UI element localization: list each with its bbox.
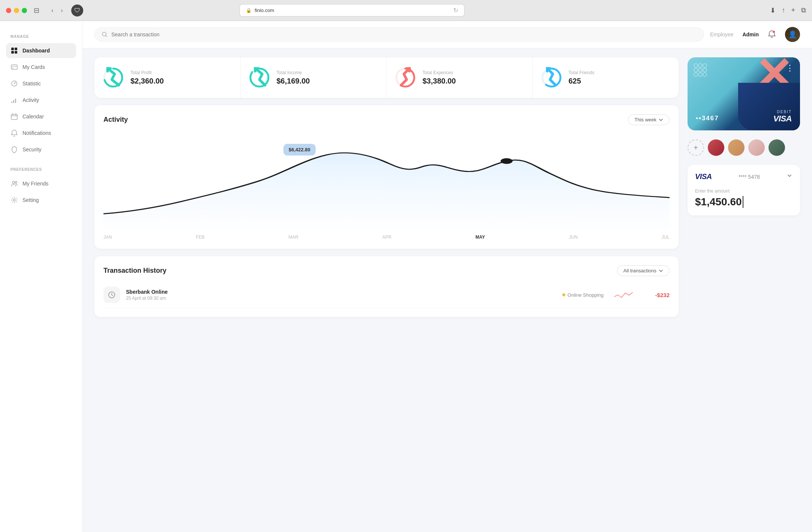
- card-grid-icon: [694, 63, 707, 78]
- security-icon: [10, 146, 18, 153]
- chart-label-jul: JUL: [662, 235, 670, 240]
- content-right: ✕ ⋮ ••3467 DEBIT VISA +: [688, 57, 800, 317]
- chart-filter-button[interactable]: This week: [628, 114, 670, 125]
- browser-nav: ‹ ›: [49, 6, 65, 15]
- address-bar[interactable]: 🔒 finio.com ↻: [240, 4, 464, 16]
- sidebar-item-label: Statistic: [22, 81, 41, 87]
- tx-icon-sberbank: [103, 287, 120, 303]
- friends-value: 625: [569, 77, 595, 85]
- stat-total-profit: Total Profit $2,360.00: [94, 57, 241, 98]
- sidebar-item-label: My Friends: [22, 181, 48, 187]
- payment-chevron-icon[interactable]: [787, 173, 793, 181]
- admin-tab[interactable]: Admin: [742, 31, 759, 37]
- income-info: Total Income $6,169.00: [277, 70, 310, 85]
- svg-point-29: [694, 68, 698, 72]
- calendar-icon: [10, 113, 18, 120]
- contact-avatar-1[interactable]: [708, 139, 724, 156]
- minimize-button[interactable]: [14, 8, 19, 13]
- notifications-button[interactable]: [768, 30, 776, 40]
- chart-label-mar: MAR: [288, 235, 298, 240]
- avatar-image: 👤: [785, 27, 800, 42]
- chevron-down-icon: [659, 118, 663, 122]
- add-contact-button[interactable]: +: [688, 139, 704, 156]
- tx-info-sberbank: Sberbank Online 25 April at 09:30 am: [126, 289, 556, 301]
- sidebar: MANAGE Dashboard My Cards Statistic Acti…: [0, 21, 82, 532]
- card-debit-label: DEBIT: [773, 110, 792, 114]
- content-left: Total Profit $2,360.00: [94, 57, 679, 317]
- sidebar-item-notifications[interactable]: Notifications: [6, 126, 76, 140]
- card-number: ••3467: [696, 115, 719, 122]
- tx-amount: -$232: [643, 292, 670, 298]
- reload-icon[interactable]: ↻: [453, 7, 458, 14]
- stat-total-expences: Total Expences $3,380.00: [387, 57, 533, 98]
- new-tab-icon[interactable]: +: [791, 6, 795, 15]
- sidebar-item-label: Dashboard: [22, 48, 50, 54]
- manage-label: MANAGE: [6, 34, 76, 39]
- sidebar-item-calendar[interactable]: Calendar: [6, 109, 76, 124]
- stats-row: Total Profit $2,360.00: [94, 57, 679, 98]
- traffic-lights: [6, 8, 27, 13]
- employee-tab[interactable]: Employee: [710, 31, 733, 37]
- close-button[interactable]: [6, 8, 11, 13]
- tx-filter-button[interactable]: All transactions: [617, 265, 670, 276]
- chevron-down-icon: [659, 269, 663, 273]
- payment-row: VISA **** 5478: [695, 172, 793, 181]
- profit-ring: [102, 66, 124, 89]
- sidebar-item-activity[interactable]: Activity: [6, 93, 76, 108]
- profit-info: Total Profit $2,360.00: [130, 70, 164, 85]
- contact-avatar-3[interactable]: [748, 139, 765, 156]
- category-label: Online Shopping: [568, 292, 604, 298]
- browser-chrome: ⊟ ‹ › 🛡 🔒 finio.com ↻ ⬇ ↑ + ⧉: [0, 0, 812, 21]
- setting-icon: [10, 196, 18, 204]
- app: MANAGE Dashboard My Cards Statistic Acti…: [0, 21, 812, 532]
- maximize-button[interactable]: [22, 8, 27, 13]
- preferences-label: PREFERENCES: [6, 167, 76, 172]
- sidebar-item-security[interactable]: Security: [6, 142, 76, 157]
- chart-svg: [103, 133, 670, 230]
- card-brand: DEBIT VISA: [773, 110, 792, 124]
- sidebar-item-statistic[interactable]: Statistic: [6, 76, 76, 91]
- tx-name: Sberbank Online: [126, 289, 556, 295]
- svg-rect-5: [11, 66, 17, 67]
- card-menu-button[interactable]: ⋮: [786, 63, 794, 73]
- sidebar-item-dashboard[interactable]: Dashboard: [6, 43, 76, 58]
- sidebar-item-label: Calendar: [22, 114, 44, 120]
- url-text: finio.com: [255, 7, 274, 13]
- svg-point-27: [698, 64, 702, 67]
- contact-avatar-2[interactable]: [728, 139, 745, 156]
- friends-icon: [10, 180, 18, 187]
- notifications-icon: [10, 129, 18, 137]
- income-label: Total Income: [277, 70, 310, 75]
- amount-text: $1,450.60: [695, 196, 742, 208]
- svg-point-30: [698, 68, 702, 72]
- search-bar[interactable]: [94, 27, 704, 42]
- sidebar-item-my-cards[interactable]: My Cards: [6, 60, 76, 75]
- share-icon[interactable]: ↑: [782, 6, 785, 15]
- svg-point-28: [703, 64, 707, 67]
- income-icon: [248, 66, 271, 90]
- shield-icon: 🛡: [71, 4, 83, 16]
- sidebar-item-setting[interactable]: Setting: [6, 193, 76, 208]
- friends-icon: [540, 66, 563, 90]
- svg-rect-1: [15, 48, 17, 50]
- search-input[interactable]: [111, 31, 697, 37]
- income-ring: [248, 66, 271, 89]
- tabs-icon[interactable]: ⧉: [801, 6, 806, 15]
- stat-total-friends: Total Friends 625: [533, 57, 679, 98]
- svg-point-26: [694, 64, 698, 67]
- card-icon: [10, 63, 18, 71]
- svg-point-15: [13, 199, 15, 201]
- contacts-row: +: [688, 136, 800, 159]
- svg-point-31: [703, 68, 707, 72]
- forward-button[interactable]: ›: [58, 6, 65, 15]
- download-icon[interactable]: ⬇: [770, 6, 776, 15]
- income-value: $6,169.00: [277, 77, 310, 85]
- contact-avatar-4[interactable]: [769, 139, 785, 156]
- page-header: Employee Admin 👤: [82, 21, 812, 48]
- back-button[interactable]: ‹: [49, 6, 55, 15]
- expences-value: $3,380.00: [422, 77, 456, 85]
- sidebar-item-my-friends[interactable]: My Friends: [6, 176, 76, 191]
- sidebar-toggle[interactable]: ⊟: [31, 6, 42, 15]
- sidebar-item-label: Notifications: [22, 130, 51, 136]
- statistic-icon: [10, 80, 18, 87]
